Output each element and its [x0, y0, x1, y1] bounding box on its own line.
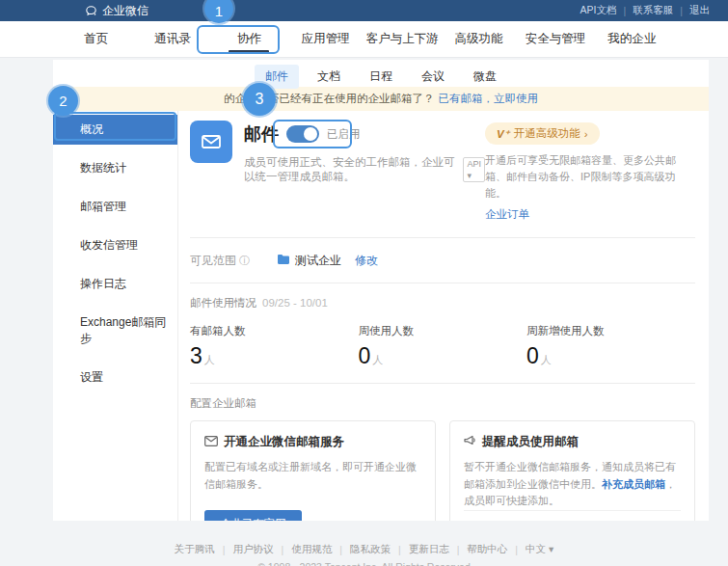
stat-unit: 人: [372, 354, 383, 365]
existing-mailbox-notice: 的企业是否已经有正在使用的企业邮箱了？ 已有邮箱，立即使用: [53, 87, 709, 111]
wecom-logo-icon: [85, 5, 97, 17]
stat-label: 周新增使用人数: [526, 324, 694, 338]
enterprise-order-link[interactable]: 企业订单: [485, 207, 529, 222]
premium-button-label: 开通高级功能: [514, 126, 580, 141]
topbar: 企业微信 API文档 | 联系客服 | 退出: [0, 0, 728, 21]
vip-icon: V⁺: [497, 127, 510, 141]
sidebar-item-send-receive[interactable]: 收发信管理: [53, 230, 177, 260]
mail-sidebar: 概况 数据统计 邮箱管理 收发信管理 操作日志 Exchange邮箱同步 设置: [53, 111, 178, 521]
collab-subtabs: 邮件 文档 日程 会议 微盘: [53, 60, 709, 87]
company-has-website-button[interactable]: 企业已有官网: [204, 510, 302, 521]
nav-advanced-features[interactable]: 高级功能: [441, 21, 517, 57]
stat-label: 有邮箱人数: [190, 324, 358, 338]
subtab-drive[interactable]: 微盘: [463, 65, 507, 89]
remind-members-card: 提醒成员使用邮箱 暂不开通企业微信邮箱服务，通知成员将已有邮箱添加到企业微信中使…: [449, 420, 695, 521]
stat-weekly-users: 周使用人数 0人: [358, 324, 526, 369]
use-existing-mailbox-link[interactable]: 已有邮箱，立即使用: [439, 92, 539, 106]
scope-label: 可见范围: [190, 253, 236, 269]
active-tab-underline: [229, 50, 269, 53]
stat-unit: 人: [204, 354, 215, 365]
sidebar-item-operation-log[interactable]: 操作日志: [53, 269, 177, 299]
supplement-member-mailbox-link[interactable]: 补充成员邮箱: [602, 478, 665, 490]
toggle-state-label: 已启用: [327, 127, 361, 142]
visible-scope-row: 可见范围 ⓘ 测试企业 修改: [190, 238, 695, 283]
scope-value: 测试企业: [277, 253, 341, 269]
main-nav: 首页 通讯录 协作 应用管理 客户与上下游 高级功能 安全与管理 我的企业: [0, 21, 728, 58]
subtab-mail[interactable]: 邮件: [255, 65, 299, 89]
arrow-right-icon: ›: [584, 128, 588, 140]
nav-customers[interactable]: 客户与上下游: [364, 21, 441, 57]
nav-contacts[interactable]: 通讯录: [134, 21, 210, 57]
api-dropdown-tag[interactable]: API ▾: [463, 157, 485, 182]
info-icon: ⓘ: [239, 254, 250, 268]
language-selector[interactable]: 中文 ▾: [518, 543, 561, 556]
feature-description: 成员可使用正式、安全的工作邮箱，企业可以统一管理成员邮箱。: [244, 155, 457, 184]
footer-privacy-link[interactable]: 隐私政策: [342, 543, 398, 556]
footer-help-center-link[interactable]: 帮助中心: [459, 543, 515, 556]
page-body: 邮件 文档 日程 会议 微盘 的企业是否已经有正在使用的企业邮箱了？ 已有邮箱，…: [0, 58, 728, 566]
nav-app-management[interactable]: 应用管理: [287, 21, 364, 57]
upgrade-premium-button[interactable]: V⁺ 开通高级功能 ›: [485, 122, 600, 145]
sidebar-item-overview[interactable]: 概况: [53, 115, 177, 145]
stat-unit: 人: [541, 354, 552, 365]
sidebar-item-statistics[interactable]: 数据统计: [53, 153, 177, 183]
api-tag-label: API: [467, 159, 481, 169]
toggle-knob: [304, 127, 317, 141]
usage-period: 09/25 - 10/01: [262, 297, 328, 309]
configure-mailbox-section: 配置企业邮箱 开通企业微信邮箱服务 配置已有域名或注册新域名，即可开通企业微信邮…: [190, 384, 695, 521]
page-title: 邮件: [244, 122, 279, 146]
footer-usage-guideline-link[interactable]: 使用规范: [283, 543, 339, 556]
mail-usage-section: 邮件使用情况09/25 - 10/01 有邮箱人数 3人 周使用人数 0人 周新…: [190, 283, 695, 384]
brand-name: 企业微信: [102, 3, 148, 19]
main-card: 邮件 文档 日程 会议 微盘 的企业是否已经有正在使用的企业邮箱了？ 已有邮箱，…: [53, 60, 709, 521]
premium-description: 开通后可享受无限邮箱容量、更多公共邮箱、邮件自动备份、IP限制等多项高级功能。: [485, 152, 695, 202]
nav-collaboration[interactable]: 协作: [211, 21, 287, 57]
page-footer: 关于腾讯| 用户协议| 使用规范| 隐私政策| 更新日志| 帮助中心| 中文 ▾…: [0, 530, 728, 566]
footer-user-agreement-link[interactable]: 用户协议: [225, 543, 281, 556]
mail-app-icon: [190, 121, 232, 163]
nav-collaboration-label: 协作: [237, 31, 261, 47]
subtab-docs[interactable]: 文档: [307, 65, 351, 89]
subtab-meeting[interactable]: 会议: [411, 65, 455, 89]
usage-title: 邮件使用情况: [190, 297, 256, 309]
premium-panel: V⁺ 开通高级功能 › 开通后可享受无限邮箱容量、更多公共邮箱、邮件自动备份、I…: [485, 121, 695, 222]
nav-my-company[interactable]: 我的企业: [594, 21, 670, 57]
logout-link[interactable]: 退出: [683, 4, 716, 17]
caret-down-icon: ▾: [467, 171, 472, 180]
card-title: 开通企业微信邮箱服务: [224, 434, 344, 450]
nav-home[interactable]: 首页: [58, 21, 134, 57]
copyright-text: © 1998 - 2023 Tencent Inc. All Rights Re…: [0, 561, 728, 566]
api-docs-link[interactable]: API文档: [574, 4, 624, 17]
footer-about-link[interactable]: 关于腾讯: [167, 543, 223, 556]
overview-content: 邮件 已启用 成员可使用正式、安全的工作邮箱，企业可以统一管理成员邮箱。 API…: [178, 111, 709, 521]
caret-down-icon: ▾: [549, 543, 553, 554]
card-title: 提醒成员使用邮箱: [482, 434, 579, 450]
scope-company-name: 测试企业: [295, 253, 341, 269]
edit-scope-link[interactable]: 修改: [355, 253, 378, 269]
stat-value: 0: [358, 343, 370, 368]
sidebar-item-exchange-sync[interactable]: Exchange邮箱同步: [53, 308, 177, 354]
stat-mailbox-users: 有邮箱人数 3人: [190, 324, 358, 369]
sidebar-item-settings[interactable]: 设置: [53, 363, 177, 392]
folder-icon: [277, 254, 290, 268]
contact-support-link[interactable]: 联系客服: [626, 4, 680, 17]
megaphone-icon: [464, 435, 476, 449]
stat-value: 3: [190, 343, 202, 368]
open-wecom-mail-card: 开通企业微信邮箱服务 配置已有域名或注册新域名，即可开通企业微信邮箱服务。 企业…: [190, 420, 436, 521]
configure-mailbox-title: 配置企业邮箱: [190, 396, 695, 411]
nav-security[interactable]: 安全与管理: [517, 21, 593, 57]
stat-weekly-new-users: 周新增使用人数 0人: [526, 324, 694, 369]
subtab-calendar[interactable]: 日程: [359, 65, 403, 89]
notice-text: 的企业是否已经有正在使用的企业邮箱了？: [224, 92, 435, 106]
envelope-icon: [204, 436, 218, 449]
topbar-links: API文档 | 联系客服 | 退出: [574, 4, 716, 17]
footer-changelog-link[interactable]: 更新日志: [401, 543, 457, 556]
wecom-brand: 企业微信: [85, 3, 148, 19]
card-description: 配置已有域名或注册新域名，即可开通企业微信邮箱服务。: [204, 459, 421, 493]
mail-feature-header: 邮件 已启用 成员可使用正式、安全的工作邮箱，企业可以统一管理成员邮箱。 API…: [190, 121, 695, 238]
stat-label: 周使用人数: [358, 324, 526, 338]
sidebar-item-mailbox-management[interactable]: 邮箱管理: [53, 192, 177, 222]
language-label: 中文: [526, 543, 546, 554]
stat-value: 0: [526, 343, 539, 368]
email-enabled-toggle[interactable]: [286, 125, 319, 143]
